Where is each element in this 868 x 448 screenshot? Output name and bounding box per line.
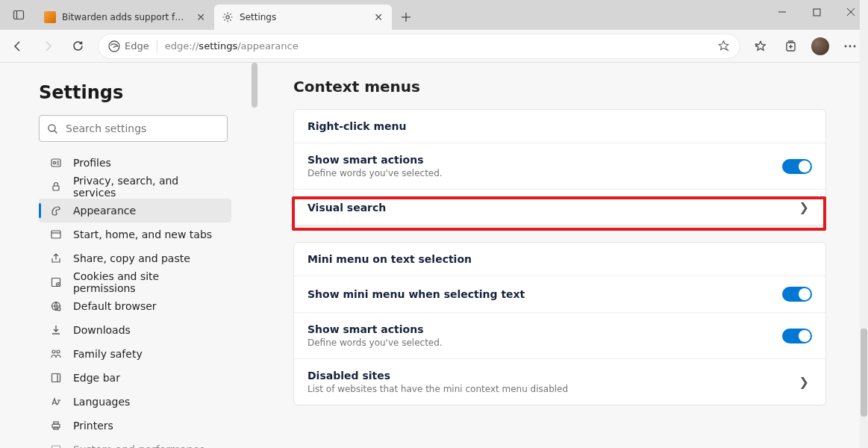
settings-main: Context menus Right-click menu Show smar… <box>257 63 868 448</box>
cookie-icon <box>49 276 63 289</box>
svg-point-31 <box>52 350 55 353</box>
tab-actions-button[interactable] <box>0 0 37 30</box>
settings-gear-icon <box>222 11 234 23</box>
favorites-button[interactable] <box>747 33 774 60</box>
svg-point-32 <box>57 350 60 353</box>
site-identity[interactable]: Edge <box>108 40 157 52</box>
svg-line-21 <box>54 131 57 134</box>
settings-sidebar: Settings Profiles Privacy, search, and s… <box>0 63 257 448</box>
scrollbar-thumb[interactable] <box>861 329 867 417</box>
titlebar: Bitwarden adds support for Simp ✕ Settin… <box>0 0 868 30</box>
lock-icon <box>49 180 63 193</box>
tab-strip: Bitwarden adds support for Simp ✕ Settin… <box>37 0 765 30</box>
svg-point-18 <box>849 45 852 47</box>
nav-printers[interactable]: Printers <box>39 414 231 438</box>
svg-point-30 <box>57 308 60 311</box>
nav-family[interactable]: Family safety <box>39 342 231 366</box>
svg-point-23 <box>53 161 55 164</box>
svg-rect-36 <box>54 422 58 424</box>
sidebar-icon <box>49 371 63 385</box>
svg-rect-6 <box>814 9 820 16</box>
svg-point-19 <box>854 45 856 47</box>
chevron-right-icon: ❯ <box>796 375 812 389</box>
tab-bitwarden[interactable]: Bitwarden adds support for Simp ✕ <box>37 4 214 30</box>
toggle-mini-menu[interactable] <box>782 287 812 302</box>
share-icon <box>49 252 63 265</box>
favorite-star-icon[interactable] <box>717 40 730 52</box>
scrollbar-thumb[interactable] <box>252 63 257 108</box>
tab-label: Bitwarden adds support for Simp <box>62 12 189 22</box>
collections-button[interactable] <box>777 33 804 60</box>
svg-rect-27 <box>51 279 60 287</box>
svg-point-17 <box>845 45 847 47</box>
tab-label: Settings <box>240 12 366 22</box>
nav-appearance[interactable]: Appearance <box>39 199 231 223</box>
chevron-right-icon: ❯ <box>796 200 812 214</box>
close-tab-icon[interactable]: ✕ <box>195 11 207 23</box>
svg-rect-33 <box>52 374 60 382</box>
refresh-button[interactable] <box>64 33 91 60</box>
nav-edge-bar[interactable]: Edge bar <box>39 366 231 390</box>
row-show-smart-actions: Show smart actions Define words you've s… <box>294 143 825 190</box>
maximize-button[interactable] <box>799 0 834 24</box>
nav-profiles[interactable]: Profiles <box>39 151 231 175</box>
card-mini-menu: Mini menu on text selection Show mini me… <box>293 242 826 405</box>
card-header: Right-click menu <box>294 110 825 143</box>
avatar-icon <box>811 37 829 55</box>
nav-share-copy[interactable]: Share, copy and paste <box>39 246 231 270</box>
nav-start-home[interactable]: Start, home, and new tabs <box>39 223 231 246</box>
family-icon <box>49 347 63 361</box>
row-mini-smart-actions: Show smart actions Define words you've s… <box>294 313 825 359</box>
sidebar-scrollbar[interactable] <box>252 63 257 448</box>
nav-downloads[interactable]: Downloads <box>39 318 231 342</box>
settings-heading: Settings <box>39 82 257 103</box>
row-disabled-sites[interactable]: Disabled sites List of websites that hav… <box>294 359 825 405</box>
globe-icon <box>49 299 63 313</box>
new-tab-button[interactable] <box>395 6 417 28</box>
back-button[interactable] <box>4 33 31 60</box>
window-icon <box>49 228 63 241</box>
close-tab-icon[interactable]: ✕ <box>372 11 384 23</box>
main-scrollbar[interactable] <box>860 0 868 448</box>
svg-point-2 <box>226 16 229 19</box>
toolbar: Edge edge://settings/appearance <box>0 30 868 63</box>
nav-default-browser[interactable]: Default browser <box>39 294 231 318</box>
profile-button[interactable] <box>807 33 834 60</box>
download-icon <box>49 323 63 337</box>
profile-icon <box>49 156 63 169</box>
minimize-button[interactable] <box>765 0 799 24</box>
address-bar[interactable]: Edge edge://settings/appearance <box>99 34 740 58</box>
paint-icon <box>49 204 63 217</box>
search-settings-input[interactable] <box>66 122 219 134</box>
system-icon <box>49 443 63 448</box>
row-visual-search[interactable]: Visual search ❯ <box>294 190 825 225</box>
site-label: Edge <box>125 40 149 52</box>
row-show-mini-menu: Show mini menu when selecting text <box>294 276 825 313</box>
toggle-mini-smart-actions[interactable] <box>782 329 812 343</box>
search-icon <box>47 123 58 134</box>
card-right-click-menu: Right-click menu Show smart actions Defi… <box>293 109 826 225</box>
card-header: Mini menu on text selection <box>294 243 825 276</box>
svg-rect-24 <box>53 186 59 190</box>
favicon-bitwarden <box>44 11 56 23</box>
settings-nav: Profiles Privacy, search, and services A… <box>39 151 231 448</box>
forward-button[interactable] <box>34 33 61 60</box>
nav-cookies[interactable]: Cookies and site permissions <box>39 270 231 294</box>
tab-settings[interactable]: Settings ✕ <box>214 4 392 30</box>
language-icon <box>49 395 63 408</box>
svg-rect-25 <box>51 231 60 238</box>
search-settings-box[interactable] <box>39 115 228 142</box>
toggle-smart-actions[interactable] <box>782 159 812 174</box>
nav-languages[interactable]: Languages <box>39 390 231 414</box>
nav-system[interactable]: System and performance <box>39 438 231 448</box>
edge-logo-icon <box>108 40 120 52</box>
printer-icon <box>49 419 63 432</box>
svg-rect-0 <box>13 11 23 19</box>
content: Settings Profiles Privacy, search, and s… <box>0 63 868 448</box>
svg-point-20 <box>49 125 55 131</box>
section-title: Context menus <box>293 78 826 96</box>
nav-privacy[interactable]: Privacy, search, and services <box>39 175 231 199</box>
window-controls <box>765 0 868 30</box>
url-text: edge://settings/appearance <box>165 40 710 52</box>
